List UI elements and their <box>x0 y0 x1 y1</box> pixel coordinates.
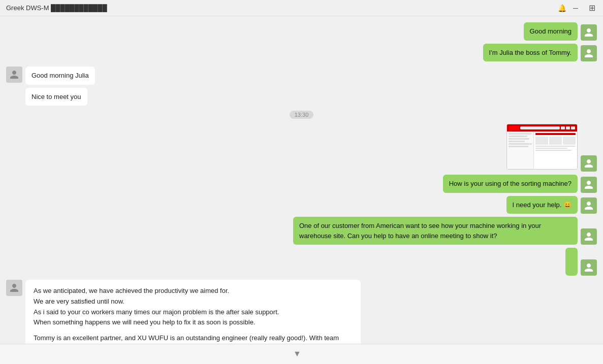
avatar <box>581 197 597 214</box>
avatar <box>581 45 597 61</box>
message-text: How is your using of the sorting machine… <box>449 180 572 187</box>
avatar <box>581 24 597 41</box>
message-text: I'm Julia the boss of Tommy. <box>489 49 572 56</box>
timestamp-label: 13:30 <box>290 111 314 119</box>
screenshot-thumbnail[interactable] <box>506 124 578 170</box>
avatar <box>581 155 597 172</box>
avatar <box>6 280 22 296</box>
avatar <box>6 67 22 83</box>
message-bubble-right: One of our customer from American want t… <box>293 217 578 245</box>
table-row <box>0 124 603 172</box>
message-text: Nice to meet you <box>31 93 81 101</box>
avatar <box>581 228 597 245</box>
message-bubble-right: How is your using of the sorting machine… <box>443 175 578 193</box>
message-bubble-right <box>565 248 578 276</box>
close-button[interactable]: ⊞ <box>585 1 599 15</box>
message-bubble-right: I'm Julia the boss of Tommy. <box>483 44 578 62</box>
table-row: Good morning Julia <box>0 67 603 85</box>
table-row: How is your using of the sorting machine… <box>0 175 603 193</box>
message-bubble-left: Good morning Julia <box>25 67 95 85</box>
table-row: Nice to meet you <box>0 88 603 106</box>
notification-icon[interactable]: 🔔 <box>558 4 566 12</box>
message-bubble-right: Good morning <box>524 22 578 41</box>
table-row <box>0 248 603 276</box>
bottom-bar: ▼ <box>0 344 603 364</box>
minimize-button[interactable]: ─ <box>568 1 583 15</box>
message-bubble-right: I need your help. 😄 <box>506 196 578 214</box>
window-controls: 🔔 ─ ⊞ <box>558 0 599 16</box>
message-bubble-left: Nice to meet you <box>25 88 87 106</box>
table-row: Good morning <box>0 22 603 41</box>
message-text: I need your help. 😄 <box>513 201 572 209</box>
message-text: One of our customer from American want t… <box>299 222 541 240</box>
table-row: I'm Julia the boss of Tommy. <box>0 44 603 62</box>
dropdown-button[interactable]: ▼ <box>291 348 303 360</box>
message-text: Good morning Julia <box>31 72 89 79</box>
timestamp-divider: 13:30 <box>0 111 603 119</box>
title-bar: Greek DWS-M ████████████ 🔔 ─ ⊞ <box>0 0 603 16</box>
table-row: I need your help. 😄 <box>0 196 603 214</box>
chat-container: Good morning I'm Julia the boss of Tommy… <box>0 16 603 364</box>
window-title: Greek DWS-M ████████████ <box>6 4 107 12</box>
table-row: One of our customer from American want t… <box>0 217 603 245</box>
message-paragraph-1: As we anticipated, we have achieved the … <box>34 286 353 328</box>
avatar <box>581 177 597 193</box>
message-text: Good morning <box>530 27 572 35</box>
avatar <box>581 259 597 276</box>
